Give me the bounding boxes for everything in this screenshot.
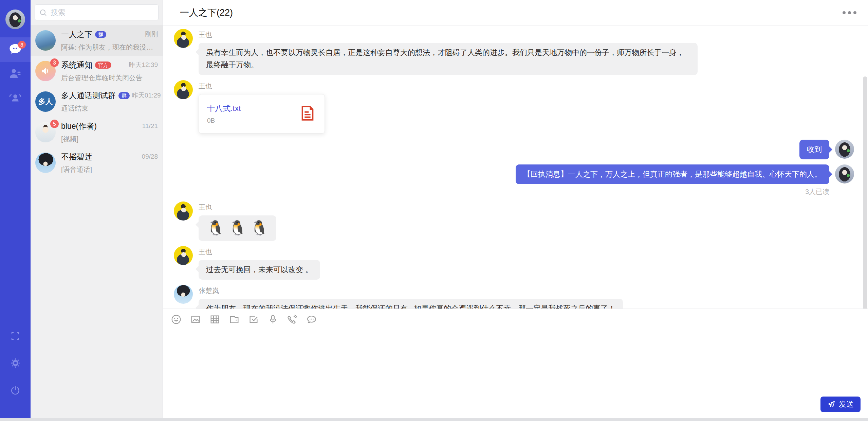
message-bubble[interactable]: 过去无可挽回，未来可以改变 。 (199, 260, 320, 280)
avatar[interactable] (174, 246, 193, 265)
avatar[interactable] (174, 80, 193, 99)
mic-button[interactable] (267, 314, 279, 325)
avatar[interactable] (835, 164, 854, 183)
chat-time: 昨天12:39 (127, 60, 158, 69)
avatar[interactable] (174, 29, 193, 48)
conversation-list: 一人之下 群 刚刚 阿莲: 作为朋友，现在的我没法... 3 系统通知 官方 (31, 0, 163, 421)
app-window: 8 (0, 0, 868, 421)
chat-time: 昨天01:29 (130, 91, 161, 100)
message-row-own: 【回执消息】一人之下，万人之上，但真正的强者，是那些能够超越自我、心怀天下的人。… (174, 164, 854, 196)
chat-avatar (35, 153, 56, 173)
chat-more-icon (306, 314, 317, 325)
chat-name: blue(作者) (61, 121, 97, 131)
message-author: 王也 (199, 203, 212, 212)
phone-icon (287, 314, 298, 325)
chat-more-button[interactable] (306, 314, 317, 325)
image-button[interactable] (190, 314, 201, 325)
message-row: 王也 过去无可挽回，未来可以改变 。 (174, 246, 854, 280)
chat-avatar (35, 30, 56, 51)
message-row: 王也 🐧🐧🐧 (174, 201, 854, 241)
search-area (31, 0, 163, 25)
message-bubble[interactable]: 虽有幸生而为人，也不要以万物灵长自居，正是这种妄自尊大的想法，才阻碍了人类的进步… (199, 43, 698, 75)
read-status: 3人已读 (805, 187, 829, 196)
chat-items: 一人之下 群 刚刚 阿莲: 作为朋友，现在的我没法... 3 系统通知 官方 (31, 25, 163, 178)
chat-name: 一人之下 (61, 29, 92, 40)
emoji-button[interactable] (170, 314, 182, 325)
chat-list-item-buyaobilian[interactable]: 不摇碧莲 09/28 [语音通话] (31, 147, 163, 178)
avatar[interactable] (174, 285, 193, 304)
message-bubble[interactable]: 作为朋友，现在的我没法保证救你逃出生天，我能保证的只有...如果你真的会遭遇到什… (199, 299, 623, 309)
power-button[interactable] (10, 385, 21, 397)
chat-avatar: 5 (35, 122, 56, 142)
unread-badge: 3 (50, 58, 59, 67)
message-row: 张楚岚 作为朋友，现在的我没法保证救你逃出生天，我能保证的只有...如果你真的会… (174, 285, 854, 309)
chat-preview: 后台管理仓库临时关闭公告 (61, 73, 158, 83)
send-label: 发送 (839, 399, 854, 409)
message-row: 王也 十八式.txt 0B (174, 80, 854, 134)
message-bubble[interactable]: 【回执消息】一人之下，万人之上，但真正的强者，是那些能够超越自我、心怀天下的人。 (516, 164, 829, 184)
power-icon (10, 391, 21, 397)
chat-title: 一人之下(22) (180, 6, 233, 19)
nav-contacts[interactable] (0, 62, 31, 86)
chat-list-item-blue[interactable]: 5 blue(作者) 11/21 [视频] (31, 117, 163, 147)
message-input[interactable] (163, 330, 868, 394)
chat-name: 系统通知 (61, 60, 92, 70)
chat-name: 不摇碧莲 (61, 152, 92, 162)
left-rail: 8 (0, 0, 31, 421)
chat-preview: 阿莲: 作为朋友，现在的我没法... (61, 43, 158, 52)
chat-time: 刚刚 (143, 30, 158, 39)
search-icon (39, 8, 47, 17)
message-author: 张楚岚 (199, 286, 219, 295)
chat-preview: 通话结束 (61, 104, 158, 113)
chat-time: 09/28 (140, 153, 158, 160)
nav-groups[interactable] (0, 86, 31, 111)
image-icon (190, 314, 201, 325)
send-row: 发送 (163, 394, 868, 421)
rail-nav: 8 (0, 37, 31, 111)
contacts-icon (8, 66, 22, 82)
file-size: 0B (207, 117, 294, 124)
unread-badge: 5 (50, 120, 59, 128)
search-input[interactable] (35, 4, 159, 20)
unread-total-badge: 8 (18, 41, 26, 49)
chat-avatar: 多人 (35, 91, 56, 112)
message-list: 王也 虽有幸生而为人，也不要以万物灵长自居，正是这种妄自尊大的想法，才阻碍了人类… (163, 25, 868, 309)
send-button[interactable]: 发送 (820, 397, 861, 412)
file-message-card[interactable]: 十八式.txt 0B (199, 94, 325, 134)
fullscreen-icon (10, 336, 20, 342)
speaker-icon (40, 66, 51, 76)
message-bubble[interactable]: 收到 (799, 140, 829, 159)
avatar[interactable] (835, 140, 854, 159)
sticker-bubble[interactable]: 🐧🐧🐧 (199, 215, 276, 241)
horizontal-scrollbar[interactable] (0, 418, 868, 421)
message-author: 王也 (199, 82, 212, 91)
groups-icon (8, 91, 22, 106)
message-author: 王也 (199, 30, 212, 39)
group-badge: 群 (95, 31, 106, 38)
checkbox-button[interactable] (248, 314, 259, 325)
message-author: 王也 (199, 247, 212, 257)
chat-list-item-system[interactable]: 3 系统通知 官方 昨天12:39 后台管理仓库临时关闭公告 (31, 56, 163, 86)
file-doc-icon (299, 104, 316, 123)
chat-list-item-multicall[interactable]: 多人 多人通话测试群 群 昨天01:29 通话结束 (31, 86, 163, 117)
chat-name: 多人通话测试群 (61, 90, 116, 101)
grid-button[interactable] (209, 314, 221, 325)
chat-avatar: 3 (35, 61, 56, 81)
chat-time: 11/21 (140, 122, 158, 130)
phone-button[interactable] (287, 314, 298, 325)
rail-bottom (10, 331, 21, 397)
settings-icon (10, 364, 21, 370)
nav-chats[interactable]: 8 (0, 37, 31, 62)
mic-icon (267, 314, 279, 325)
user-avatar[interactable] (5, 10, 25, 29)
vertical-scrollbar[interactable] (863, 76, 867, 309)
file-name[interactable]: 十八式.txt (207, 103, 294, 114)
folder-button[interactable] (228, 314, 240, 325)
avatar[interactable] (174, 201, 193, 221)
fullscreen-button[interactable] (10, 331, 20, 343)
chat-preview: [视频] (61, 135, 158, 144)
settings-button[interactable] (10, 357, 21, 370)
more-menu-icon[interactable] (843, 7, 856, 18)
chat-list-item-yirenzhixia[interactable]: 一人之下 群 刚刚 阿莲: 作为朋友，现在的我没法... (31, 25, 163, 56)
emoji-icon (170, 314, 182, 325)
